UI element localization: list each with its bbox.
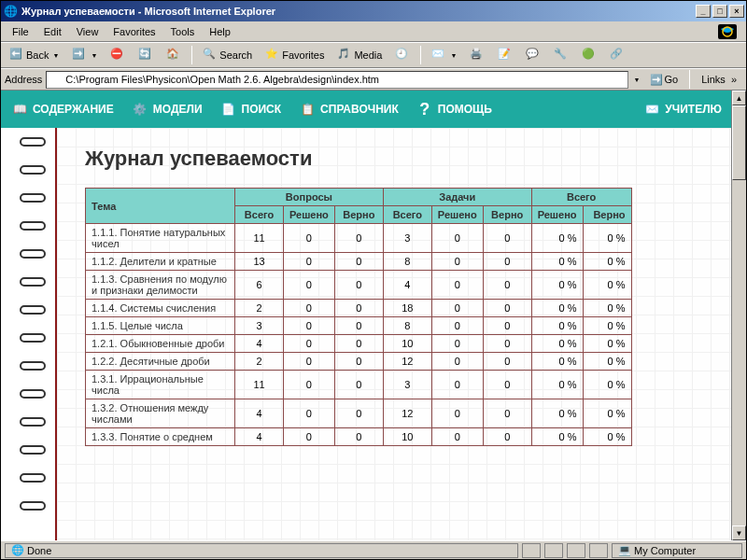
cell-t-correct: 0 bbox=[483, 353, 531, 371]
cell-q-correct: 0 bbox=[334, 335, 383, 353]
extra1-button[interactable]: 🔧 bbox=[549, 45, 573, 65]
cell-t-solved: 0 bbox=[431, 353, 483, 371]
cell-t-correct: 0 bbox=[483, 317, 531, 335]
th-questions: Вопросы bbox=[235, 189, 384, 206]
statusbar: 🌐 Done 💻 My Computer bbox=[1, 540, 746, 559]
cell-q-all: 2 bbox=[235, 353, 284, 371]
discuss-button[interactable]: 💬 bbox=[521, 45, 545, 65]
cell-t-correct: 0 bbox=[483, 428, 531, 446]
cell-t-correct: 0 bbox=[483, 371, 531, 399]
th-solved: Решено bbox=[531, 206, 583, 224]
security-zone: 💻 My Computer bbox=[612, 543, 742, 558]
mail-button[interactable]: ✉️▼ bbox=[427, 45, 461, 65]
cell-q-correct: 0 bbox=[334, 317, 383, 335]
history-button[interactable]: 🕘 bbox=[390, 45, 415, 65]
table-row: 1.3.1. Иррациональные числа11003000 %0 % bbox=[86, 371, 632, 399]
scroll-up-icon[interactable]: ▲ bbox=[732, 91, 746, 105]
nav-models[interactable]: ⚙️МОДЕЛИ bbox=[131, 100, 203, 119]
menu-view[interactable]: View bbox=[69, 24, 106, 39]
cell-tot-correct: 0 % bbox=[583, 224, 631, 253]
cell-q-solved: 0 bbox=[284, 399, 335, 428]
cell-t-all: 18 bbox=[383, 300, 431, 317]
home-icon: 🏠 bbox=[166, 48, 181, 63]
content-area: 📖СОДЕРЖАНИЕ ⚙️МОДЕЛИ 📄ПОИСК 📋СПРАВОЧНИК … bbox=[1, 91, 746, 540]
th-topic: Тема bbox=[86, 189, 235, 224]
menu-favorites[interactable]: Favorites bbox=[106, 24, 162, 39]
cell-q-correct: 0 bbox=[334, 224, 383, 253]
cell-q-solved: 0 bbox=[284, 371, 335, 399]
print-button[interactable]: 🖨️ bbox=[465, 45, 489, 65]
search-button[interactable]: 🔍Search bbox=[198, 45, 257, 65]
cell-tot-solved: 0 % bbox=[531, 428, 583, 446]
links-button[interactable]: Links» bbox=[696, 72, 742, 87]
back-button[interactable]: ⬅️ Back ▼ bbox=[5, 45, 63, 65]
cell-q-all: 2 bbox=[235, 300, 284, 317]
menu-edit[interactable]: Edit bbox=[36, 24, 69, 39]
favorites-button[interactable]: ⭐Favorites bbox=[261, 45, 329, 65]
th-correct: Верно bbox=[583, 206, 631, 224]
minimize-button[interactable]: _ bbox=[696, 5, 711, 18]
edit-button[interactable]: 📝 bbox=[493, 45, 517, 65]
status-text: 🌐 Done bbox=[5, 543, 518, 558]
menu-file[interactable]: File bbox=[5, 24, 36, 39]
done-icon: 🌐 bbox=[11, 544, 24, 556]
address-input[interactable] bbox=[46, 71, 627, 89]
cell-tot-correct: 0 % bbox=[583, 335, 631, 353]
cell-tot-correct: 0 % bbox=[583, 317, 631, 335]
close-button[interactable]: × bbox=[729, 5, 744, 18]
scroll-thumb[interactable] bbox=[732, 105, 746, 180]
media-button[interactable]: 🎵Media bbox=[332, 45, 387, 65]
back-icon: ⬅️ bbox=[9, 48, 24, 63]
badge-icon: 🟢 bbox=[582, 48, 597, 63]
cell-tot-solved: 0 % bbox=[531, 371, 583, 399]
history-icon: 🕘 bbox=[395, 48, 410, 63]
nav-teacher[interactable]: ✉️УЧИТЕЛЮ bbox=[642, 100, 722, 119]
th-correct: Верно bbox=[334, 206, 383, 224]
cell-t-all: 12 bbox=[383, 399, 431, 428]
nav-search[interactable]: 📄ПОИСК bbox=[219, 100, 282, 119]
nav-contents[interactable]: 📖СОДЕРЖАНИЕ bbox=[10, 100, 114, 119]
cell-q-all: 3 bbox=[235, 317, 284, 335]
vertical-scrollbar[interactable]: ▲ ▼ bbox=[731, 91, 746, 540]
scroll-down-icon[interactable]: ▼ bbox=[732, 525, 746, 540]
cell-t-all: 4 bbox=[383, 271, 431, 300]
stop-button[interactable]: ⛔ bbox=[106, 45, 130, 65]
cell-q-all: 4 bbox=[235, 428, 284, 446]
cell-q-solved: 0 bbox=[284, 335, 335, 353]
nav-help[interactable]: ?ПОМОЩЬ bbox=[416, 100, 492, 119]
address-dropdown[interactable]: ▼ bbox=[634, 77, 641, 83]
maximize-button[interactable]: □ bbox=[712, 5, 727, 18]
discuss-icon: 💬 bbox=[526, 48, 541, 63]
forward-button[interactable]: ➡️ ▼ bbox=[67, 45, 102, 65]
cell-t-solved: 0 bbox=[431, 224, 483, 253]
th-all: Всего bbox=[235, 206, 284, 224]
table-row: 1.1.5. Целые числа3008000 %0 % bbox=[86, 317, 632, 335]
cell-topic: 1.3.1. Иррациональные числа bbox=[86, 371, 235, 399]
addressbar: Address ▼ ➡️Go Links» bbox=[1, 68, 746, 91]
menu-tools[interactable]: Tools bbox=[163, 24, 203, 39]
titlebar: 🌐 Журнал успеваемости - Microsoft Intern… bbox=[1, 1, 746, 21]
th-solved: Решено bbox=[431, 206, 483, 224]
refresh-icon: 🔄 bbox=[138, 48, 153, 63]
cell-t-all: 8 bbox=[383, 317, 431, 335]
nav-reference[interactable]: 📋СПРАВОЧНИК bbox=[298, 100, 399, 119]
cell-tot-correct: 0 % bbox=[583, 371, 631, 399]
th-tasks: Задачи bbox=[383, 189, 531, 206]
cell-q-all: 11 bbox=[235, 371, 284, 399]
home-button[interactable]: 🏠 bbox=[162, 45, 186, 65]
edit-icon: 📝 bbox=[498, 48, 513, 63]
menu-help[interactable]: Help bbox=[202, 24, 238, 39]
gear-icon: ⚙️ bbox=[131, 100, 149, 119]
table-row: 1.1.3. Сравнения по модулю и признаки де… bbox=[86, 271, 632, 300]
cell-tot-solved: 0 % bbox=[531, 253, 583, 271]
extra2-button[interactable]: 🟢 bbox=[577, 45, 601, 65]
search-icon: 🔍 bbox=[203, 48, 218, 63]
cell-tot-correct: 0 % bbox=[583, 428, 631, 446]
extra3-button[interactable]: 🔗 bbox=[605, 45, 629, 65]
table-row: 1.1.1. Понятие натуральных чисел11003000… bbox=[86, 224, 632, 253]
status-pane bbox=[522, 543, 541, 558]
refresh-button[interactable]: 🔄 bbox=[134, 45, 158, 65]
go-button[interactable]: ➡️Go bbox=[644, 72, 684, 88]
cell-q-correct: 0 bbox=[334, 353, 383, 371]
cell-q-all: 4 bbox=[235, 399, 284, 428]
